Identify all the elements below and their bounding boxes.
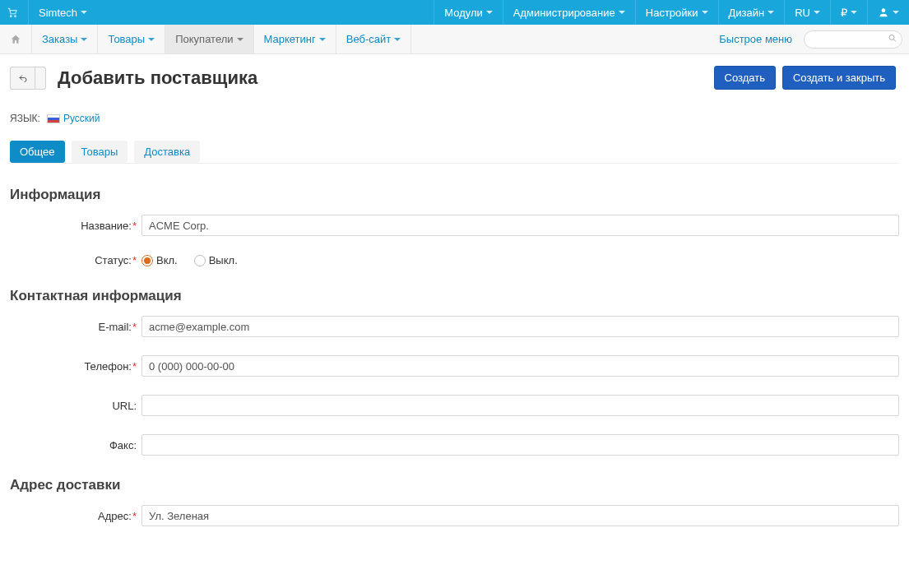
tab-2[interactable]: Доставка — [134, 141, 200, 163]
tab-0[interactable]: Общее — [10, 141, 65, 163]
caret-down-icon — [893, 11, 899, 14]
nav-item-2[interactable]: Покупатели — [165, 25, 253, 53]
caret-down-icon — [237, 38, 243, 41]
title-bar: Добавить поставщика Создать Создать и за… — [0, 54, 909, 95]
radio-icon — [141, 255, 153, 266]
field-phone: Телефон:* — [10, 355, 899, 377]
url-input[interactable] — [141, 395, 899, 416]
svg-point-0 — [10, 16, 12, 17]
back-arrow-icon — [17, 73, 29, 83]
status-on-label: Вкл. — [156, 254, 178, 266]
create-close-button[interactable]: Создать и закрыть — [782, 66, 896, 90]
nav-item-1[interactable]: Товары — [98, 25, 165, 53]
caret-down-icon — [814, 11, 820, 14]
home-logo[interactable] — [0, 0, 28, 25]
section-shipping-heading: Адрес доставки — [10, 477, 899, 493]
field-url: URL: — [10, 395, 899, 416]
required-icon: * — [132, 254, 137, 266]
page-title: Добавить поставщика — [58, 67, 257, 89]
address-input[interactable] — [141, 505, 899, 526]
fax-input[interactable] — [141, 434, 899, 456]
nav-item-0[interactable]: Заказы — [32, 25, 98, 53]
caret-down-icon — [81, 38, 87, 41]
language-label: ЯЗЫК: — [10, 113, 40, 124]
svg-point-2 — [882, 8, 886, 12]
caret-down-icon — [148, 38, 155, 41]
topbar-menu-3[interactable]: Дизайн — [718, 0, 785, 25]
topbar-user[interactable] — [867, 0, 909, 25]
topbar-menu-2[interactable]: Настройки — [635, 0, 718, 25]
topbar-menu-0[interactable]: Модули — [434, 0, 503, 25]
required-icon: * — [132, 220, 137, 232]
quick-menu-label: Быстрое меню — [719, 33, 792, 45]
topbar-lang[interactable]: RU — [784, 0, 830, 25]
field-name: Название:* — [10, 215, 899, 236]
create-button[interactable]: Создать — [714, 66, 776, 90]
required-icon: * — [132, 510, 137, 522]
language-selector[interactable]: Русский — [47, 113, 104, 124]
caret-down-icon — [486, 11, 493, 14]
home-icon — [10, 34, 21, 45]
svg-point-1 — [15, 16, 16, 17]
caret-down-icon — [768, 11, 774, 14]
user-icon — [878, 7, 889, 18]
url-label: URL: — [112, 400, 137, 412]
section-contact-heading: Контактная информация — [10, 288, 899, 304]
section-info-heading: Информация — [10, 187, 899, 203]
status-off-radio[interactable]: Выкл. — [194, 254, 238, 266]
field-address: Адрес:* — [10, 505, 899, 526]
caret-down-icon — [394, 38, 401, 41]
nav-item-3[interactable]: Маркетинг — [254, 25, 336, 53]
language-row: ЯЗЫК: Русский — [10, 101, 899, 141]
tab-1[interactable]: Товары — [72, 141, 128, 163]
status-off-label: Выкл. — [209, 254, 238, 266]
required-icon: * — [132, 321, 137, 333]
field-fax: Факс: — [10, 434, 899, 456]
quick-menu-link[interactable]: Быстрое меню — [711, 25, 800, 53]
brand-label: Simtech — [39, 7, 77, 19]
phone-label: Телефон: — [84, 360, 132, 373]
radio-icon — [194, 255, 206, 266]
topbar-brand[interactable]: Simtech — [28, 0, 97, 25]
caret-down-icon — [702, 11, 708, 14]
nav-home[interactable] — [0, 25, 32, 53]
caret-down-icon — [851, 11, 857, 14]
topbar-menu-1[interactable]: Администрирование — [503, 0, 635, 25]
name-label: Название: — [81, 220, 132, 232]
address-label: Адрес: — [98, 510, 132, 522]
email-input[interactable] — [141, 316, 899, 337]
status-on-radio[interactable]: Вкл. — [141, 254, 178, 266]
global-search — [800, 25, 909, 53]
field-email: E-mail:* — [10, 316, 899, 337]
nav-item-4[interactable]: Веб-сайт — [336, 25, 411, 53]
caret-down-icon — [81, 11, 87, 14]
required-icon: * — [132, 360, 137, 373]
back-button[interactable] — [10, 67, 35, 90]
back-dropdown[interactable] — [35, 67, 46, 90]
name-input[interactable] — [141, 215, 899, 236]
phone-input[interactable] — [141, 355, 899, 377]
field-status: Статус:* Вкл. Выкл. — [10, 254, 899, 266]
tabs: ОбщееТоварыДоставка — [10, 141, 899, 164]
caret-down-icon — [619, 11, 625, 14]
topbar: Simtech МодулиАдминистрированиеНастройки… — [0, 0, 909, 25]
email-label: E-mail: — [98, 321, 131, 333]
back-button-group — [10, 67, 46, 90]
content: ЯЗЫК: Русский ОбщееТоварыДоставка Информ… — [0, 95, 909, 561]
caret-down-icon — [319, 38, 326, 41]
search-input[interactable] — [804, 30, 902, 49]
flag-ru-icon — [47, 114, 60, 123]
cart-icon — [7, 7, 18, 18]
language-value: Русский — [63, 113, 100, 124]
secondary-nav: Заказы Товары Покупатели Маркетинг Веб-с… — [0, 25, 909, 54]
status-label: Статус: — [95, 254, 132, 266]
fax-label: Факс: — [109, 439, 137, 451]
topbar-currency[interactable]: ₽ — [830, 0, 867, 25]
